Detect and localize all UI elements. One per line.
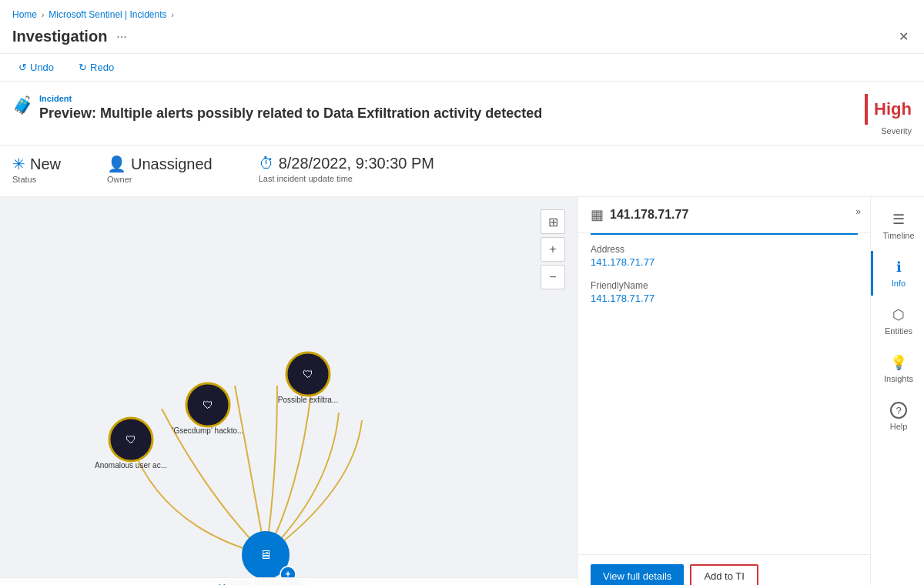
help-icon: ? xyxy=(890,402,907,419)
detail-ip-title: 141.178.71.77 xyxy=(610,208,688,222)
friendly-value: 141.178.71.77 xyxy=(591,292,858,304)
detail-collapse-button[interactable]: » xyxy=(855,206,861,217)
graph-area[interactable]: 🛡 Anomalous user ac... 🛡 'Gsecdump' hack… xyxy=(0,197,578,585)
help-label: Help xyxy=(890,422,908,431)
page-menu-button[interactable]: ··· xyxy=(116,30,126,44)
status-row: ✳ New Status 👤 Unassigned Owner ⏱ 8/28/2… xyxy=(0,145,924,197)
timeline-icon: ☰ xyxy=(892,211,905,228)
status-item-owner: 👤 Unassigned Owner xyxy=(107,155,213,184)
breadcrumb-sep2: › xyxy=(172,11,174,19)
status-label: Status xyxy=(12,175,61,184)
view-full-details-button[interactable]: View full details xyxy=(591,564,684,585)
time-icon: ⏱ xyxy=(259,155,274,172)
redo-label: Redo xyxy=(90,62,114,73)
friendly-label: FriendlyName xyxy=(591,280,858,291)
undo-icon: ↺ xyxy=(18,62,27,73)
graph-controls: ⊞ + − xyxy=(541,209,565,289)
time-label: Last incident update time xyxy=(259,174,434,183)
timeline-label: Timeline xyxy=(882,231,914,240)
status-item-status: ✳ New Status xyxy=(12,155,61,184)
redo-icon: ↻ xyxy=(79,62,87,73)
node-exfiltration-label: Possible exfiltra... xyxy=(278,396,338,404)
graph-bottom-bar: DefenderForIoT DefenderForIoT Host assig… xyxy=(0,577,578,585)
node-gsecdump-label: 'Gsecdump' hackto... xyxy=(172,426,244,435)
detail-ip-icon: ▦ xyxy=(591,206,604,223)
address-value: 141.178.71.77 xyxy=(591,256,858,268)
severity-value: High xyxy=(874,99,912,119)
detail-body: Address 141.178.71.77 FriendlyName 141.1… xyxy=(578,235,870,554)
page-title: Investigation xyxy=(12,28,107,45)
graph-fit-button[interactable]: ⊞ xyxy=(541,209,565,234)
owner-icon: 👤 xyxy=(107,155,126,173)
breadcrumb: Home › Microsoft Sentinel | Incidents › xyxy=(0,0,924,23)
owner-label: Owner xyxy=(107,175,213,184)
undo-label: Undo xyxy=(30,62,54,73)
svg-text:🛡: 🛡 xyxy=(126,433,136,446)
toolbar: ↺ Undo ↻ Redo xyxy=(0,53,924,82)
graph-svg: 🛡 Anomalous user ac... 🛡 'Gsecdump' hack… xyxy=(0,197,578,585)
incident-type-label: Incident xyxy=(39,94,542,103)
incident-icon: 🧳 xyxy=(12,95,33,115)
detail-header: ▦ 141.178.71.77 » xyxy=(578,197,870,233)
graph-zoom-out-button[interactable]: − xyxy=(541,265,565,289)
detail-field-address: Address 141.178.71.77 xyxy=(591,244,858,268)
status-item-time: ⏱ 8/28/2022, 9:30:30 PM Last incident up… xyxy=(259,155,434,183)
status-icon: ✳ xyxy=(12,155,25,173)
info-icon: ℹ xyxy=(896,259,902,276)
undo-button[interactable]: ↺ Undo xyxy=(12,58,60,76)
insights-label: Insights xyxy=(884,374,913,383)
detail-field-friendly: FriendlyName 141.178.71.77 xyxy=(591,280,858,304)
main-content: 🛡 Anomalous user ac... 🛡 'Gsecdump' hack… xyxy=(0,197,924,585)
sidebar-item-info[interactable]: ℹ Info xyxy=(871,251,924,296)
sidebar-item-timeline[interactable]: ☰ Timeline xyxy=(871,203,924,248)
close-button[interactable]: ✕ xyxy=(896,26,912,47)
severity-label: Severity xyxy=(881,126,912,135)
insights-icon: 💡 xyxy=(890,354,907,371)
info-label: Info xyxy=(892,279,906,288)
svg-text:🖥: 🖥 xyxy=(259,548,272,561)
incident-title: Preview: Multiple alerts possibly relate… xyxy=(39,105,542,122)
breadcrumb-sep1: › xyxy=(42,11,44,19)
severity-area: High Severity xyxy=(819,94,912,135)
breadcrumb-sentinel[interactable]: Microsoft Sentinel | Incidents xyxy=(49,9,166,20)
entities-label: Entities xyxy=(885,326,912,336)
graph-zoom-in-button[interactable]: + xyxy=(541,237,565,262)
detail-footer: View full details Add to TI xyxy=(578,554,870,585)
sidebar-item-help[interactable]: ? Help xyxy=(871,394,924,439)
incident-info: 🧳 Incident Preview: Multiple alerts poss… xyxy=(0,82,924,145)
status-value-text: New xyxy=(30,155,61,173)
page-header: Investigation ··· ✕ xyxy=(0,23,924,53)
breadcrumb-home[interactable]: Home xyxy=(12,9,37,20)
sidebar-item-insights[interactable]: 💡 Insights xyxy=(871,346,924,391)
right-sidebar: ☰ Timeline ℹ Info ⬡ Entities 💡 Insights … xyxy=(870,197,924,585)
detail-panel: ▦ 141.178.71.77 » Address 141.178.71.77 … xyxy=(578,197,870,585)
severity-bar-icon xyxy=(865,94,868,125)
svg-text:🛡: 🛡 xyxy=(203,399,213,411)
redo-button[interactable]: ↻ Redo xyxy=(72,58,120,76)
add-to-ti-button[interactable]: Add to TI xyxy=(690,564,758,585)
sidebar-item-entities[interactable]: ⬡ Entities xyxy=(871,299,924,343)
entities-icon: ⬡ xyxy=(892,306,905,323)
owner-value-text: Unassigned xyxy=(131,155,213,173)
node-anomalous-label: Anomalous user ac... xyxy=(95,461,167,470)
time-value-text: 8/28/2022, 9:30:30 PM xyxy=(279,155,434,172)
svg-text:🛡: 🛡 xyxy=(303,368,313,380)
address-label: Address xyxy=(591,244,858,255)
